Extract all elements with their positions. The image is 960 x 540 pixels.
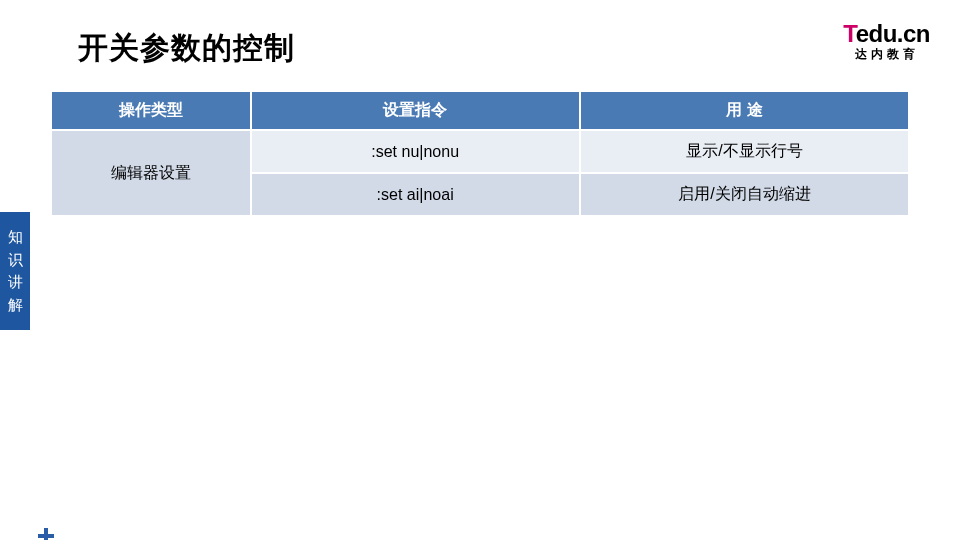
logo-letter-t: T [843, 20, 855, 47]
table-header-row: 操作类型 设置指令 用 途 [51, 91, 909, 130]
side-tab-char: 识 [0, 249, 30, 272]
cell-category: 编辑器设置 [51, 130, 251, 216]
cell-description: 显示/不显示行号 [580, 130, 909, 173]
logo-text: Tedu.cn [843, 20, 930, 48]
plus-icon [38, 528, 54, 540]
settings-table: 操作类型 设置指令 用 途 编辑器设置 :set nu|nonu 显示/不显示行… [50, 90, 910, 217]
side-tab: 知 识 讲 解 [0, 212, 30, 330]
th-usage: 用 途 [580, 91, 909, 130]
table-row: 编辑器设置 :set nu|nonu 显示/不显示行号 [51, 130, 909, 173]
slide-title: 开关参数的控制 [78, 28, 295, 69]
th-command: 设置指令 [251, 91, 580, 130]
logo-rest: edu.cn [856, 20, 930, 47]
logo-subtitle: 达内教育 [843, 46, 930, 63]
side-tab-char: 知 [0, 226, 30, 249]
cell-description: 启用/关闭自动缩进 [580, 173, 909, 216]
cell-command: :set ai|noai [251, 173, 580, 216]
brand-logo: Tedu.cn 达内教育 [843, 20, 930, 63]
cell-command: :set nu|nonu [251, 130, 580, 173]
side-tab-char: 解 [0, 294, 30, 317]
th-op-type: 操作类型 [51, 91, 251, 130]
side-tab-char: 讲 [0, 271, 30, 294]
